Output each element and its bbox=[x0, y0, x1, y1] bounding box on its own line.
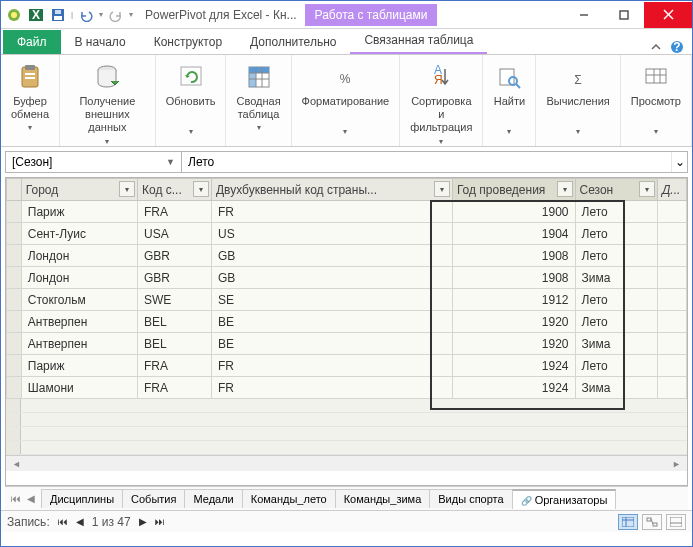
collapse-ribbon-icon[interactable] bbox=[650, 41, 662, 53]
sheet-nav-first-icon[interactable]: ⏮ bbox=[9, 493, 23, 504]
filter-icon[interactable]: ▾ bbox=[119, 181, 135, 197]
column-header-season[interactable]: Сезон▾ bbox=[575, 179, 657, 201]
cell-year[interactable]: 1924 bbox=[452, 377, 575, 399]
row-header[interactable] bbox=[7, 377, 22, 399]
grid-table[interactable]: Город▾ Код с...▾ Двухбуквенный код стран… bbox=[6, 178, 687, 399]
cell-city[interactable]: Антверпен bbox=[21, 333, 137, 355]
table-row[interactable]: АнтверпенBELBE1920Лето bbox=[7, 311, 687, 333]
column-header-city[interactable]: Город▾ bbox=[21, 179, 137, 201]
cell-season[interactable]: Лето bbox=[575, 223, 657, 245]
sheet-tab-teams-summer[interactable]: Команды_лето bbox=[242, 489, 336, 508]
cell-city[interactable]: Париж bbox=[21, 355, 137, 377]
cell-season[interactable]: Зима bbox=[575, 333, 657, 355]
tab-design[interactable]: Конструктор bbox=[140, 30, 236, 54]
nav-first-icon[interactable]: ⏮ bbox=[58, 516, 68, 527]
find-button[interactable]: Найти▾ bbox=[489, 59, 529, 138]
filter-icon[interactable]: ▾ bbox=[193, 181, 209, 197]
sheet-tab-hosts[interactable]: Организаторы bbox=[512, 489, 617, 509]
cell-code[interactable]: GBR bbox=[138, 267, 212, 289]
cell-season[interactable]: Лето bbox=[575, 201, 657, 223]
cell-cc[interactable]: FR bbox=[211, 201, 452, 223]
row-header[interactable] bbox=[7, 355, 22, 377]
cell-empty[interactable] bbox=[657, 223, 686, 245]
sheet-tab-events[interactable]: События bbox=[122, 489, 185, 508]
cell-empty[interactable] bbox=[657, 311, 686, 333]
undo-icon[interactable] bbox=[77, 6, 95, 24]
cell-city[interactable]: Лондон bbox=[21, 267, 137, 289]
redo-icon[interactable] bbox=[107, 6, 125, 24]
row-header[interactable] bbox=[7, 267, 22, 289]
diagram-view-button[interactable] bbox=[642, 514, 662, 530]
cell-cc[interactable]: GB bbox=[211, 267, 452, 289]
cell-code[interactable]: BEL bbox=[138, 311, 212, 333]
row-header[interactable] bbox=[7, 333, 22, 355]
column-header-add[interactable]: Д... bbox=[657, 179, 686, 201]
row-header[interactable] bbox=[7, 201, 22, 223]
cell-city[interactable]: Париж bbox=[21, 201, 137, 223]
cell-season[interactable]: Зима bbox=[575, 377, 657, 399]
calculations-button[interactable]: Σ Вычисления▾ bbox=[542, 59, 613, 138]
table-row[interactable]: ПарижFRAFR1924Лето bbox=[7, 355, 687, 377]
column-header-twoletter[interactable]: Двухбуквенный код страны...▾ bbox=[211, 179, 452, 201]
tab-advanced[interactable]: Дополнительно bbox=[236, 30, 350, 54]
cell-cc[interactable]: GB bbox=[211, 245, 452, 267]
cell-season[interactable]: Зима bbox=[575, 267, 657, 289]
view-button[interactable]: Просмотр▾ bbox=[627, 59, 685, 138]
filter-icon[interactable]: ▾ bbox=[434, 181, 450, 197]
cell-empty[interactable] bbox=[657, 377, 686, 399]
cell-city[interactable]: Шамони bbox=[21, 377, 137, 399]
tab-file[interactable]: Файл bbox=[3, 30, 61, 54]
cell-city[interactable]: Лондон bbox=[21, 245, 137, 267]
column-header-code[interactable]: Код с...▾ bbox=[138, 179, 212, 201]
cell-cc[interactable]: US bbox=[211, 223, 452, 245]
get-external-data-button[interactable]: Получение внешних данных▾ bbox=[66, 59, 149, 148]
cell-cc[interactable]: FR bbox=[211, 377, 452, 399]
refresh-button[interactable]: Обновить▾ bbox=[162, 59, 220, 138]
cell-city[interactable]: Сент-Луис bbox=[21, 223, 137, 245]
cell-year[interactable]: 1920 bbox=[452, 333, 575, 355]
row-header[interactable] bbox=[7, 289, 22, 311]
sort-filter-button[interactable]: AЯ Сортировка и фильтрация▾ bbox=[406, 59, 476, 148]
name-box-dropdown-icon[interactable]: ▼ bbox=[166, 157, 175, 167]
sheet-tab-sports[interactable]: Виды спорта bbox=[429, 489, 512, 508]
cell-cc[interactable]: BE bbox=[211, 311, 452, 333]
cell-empty[interactable] bbox=[657, 333, 686, 355]
cell-year[interactable]: 1920 bbox=[452, 311, 575, 333]
cell-cc[interactable]: FR bbox=[211, 355, 452, 377]
sheet-nav-prev-icon[interactable]: ◀ bbox=[25, 493, 37, 504]
cell-empty[interactable] bbox=[657, 245, 686, 267]
cell-season[interactable]: Лето bbox=[575, 289, 657, 311]
cell-cc[interactable]: BE bbox=[211, 333, 452, 355]
sheet-tab-disciplines[interactable]: Дисциплины bbox=[41, 489, 123, 508]
nav-prev-icon[interactable]: ◀ bbox=[76, 516, 84, 527]
expand-formula-icon[interactable]: ⌄ bbox=[671, 152, 687, 172]
cell-year[interactable]: 1904 bbox=[452, 223, 575, 245]
cell-city[interactable]: Стокгольм bbox=[21, 289, 137, 311]
name-box[interactable]: [Сезон] ▼ bbox=[6, 152, 182, 172]
row-header[interactable] bbox=[7, 223, 22, 245]
column-header-year[interactable]: Год проведения▾ bbox=[452, 179, 575, 201]
cell-year[interactable]: 1908 bbox=[452, 267, 575, 289]
cell-year[interactable]: 1912 bbox=[452, 289, 575, 311]
pivot-table-button[interactable]: Сводная таблица▾ bbox=[232, 59, 284, 135]
cell-code[interactable]: USA bbox=[138, 223, 212, 245]
cell-empty[interactable] bbox=[657, 289, 686, 311]
formatting-button[interactable]: % Форматирование▾ bbox=[298, 59, 394, 138]
table-row[interactable]: ПарижFRAFR1900Лето bbox=[7, 201, 687, 223]
filter-icon[interactable]: ▾ bbox=[639, 181, 655, 197]
cell-code[interactable]: SWE bbox=[138, 289, 212, 311]
data-view-button[interactable] bbox=[618, 514, 638, 530]
cell-city[interactable]: Антверпен bbox=[21, 311, 137, 333]
sheet-tab-teams-winter[interactable]: Команды_зима bbox=[335, 489, 431, 508]
table-row[interactable]: ШамониFRAFR1924Зима bbox=[7, 377, 687, 399]
cell-code[interactable]: BEL bbox=[138, 333, 212, 355]
cell-season[interactable]: Лето bbox=[575, 245, 657, 267]
tab-linked-table[interactable]: Связанная таблица bbox=[350, 28, 487, 54]
row-header[interactable] bbox=[7, 311, 22, 333]
cell-cc[interactable]: SE bbox=[211, 289, 452, 311]
formula-input[interactable]: Лето bbox=[182, 152, 671, 172]
undo-dropdown-icon[interactable]: ▾ bbox=[99, 10, 103, 19]
cell-code[interactable]: FRA bbox=[138, 355, 212, 377]
tab-home[interactable]: В начало bbox=[61, 30, 140, 54]
select-all-corner[interactable] bbox=[7, 179, 22, 201]
